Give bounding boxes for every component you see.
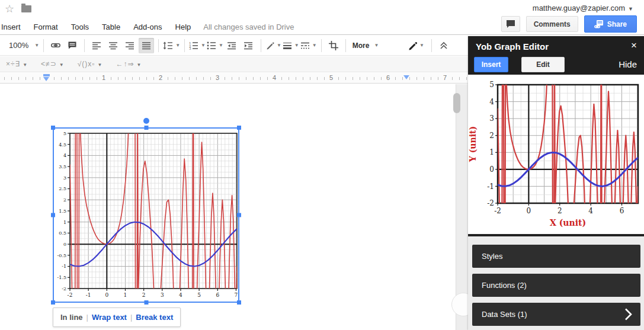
equation-symbols: <≠⊃ (41, 60, 57, 68)
svg-text:2: 2 (63, 197, 66, 203)
line-color-button[interactable]: ▼ (265, 38, 281, 53)
selection-handle-nw[interactable] (51, 126, 55, 130)
zoom-select[interactable]: 100%▼ (5, 38, 39, 53)
open-comment-button[interactable] (501, 16, 520, 32)
edit-button[interactable]: Edit (521, 57, 565, 72)
align-center-icon (109, 41, 118, 50)
rotation-handle[interactable] (143, 118, 149, 124)
equation-symbols: ×÷∃ (6, 60, 20, 68)
break-text-option[interactable]: Break text (136, 313, 173, 322)
line-weight-button[interactable]: ▼ (283, 38, 299, 53)
increase-indent-button[interactable] (241, 38, 257, 53)
svg-text:4.5: 4.5 (59, 142, 66, 148)
collapse-chevrons-icon (440, 41, 448, 50)
left-indent-marker[interactable] (43, 77, 49, 81)
selection-handle-sw[interactable] (51, 300, 55, 305)
wrap-text-option[interactable]: Wrap text (92, 313, 127, 322)
chevron-down-icon: ▼ (419, 43, 424, 48)
line-spacing-icon (163, 41, 173, 50)
menu-item-insert[interactable]: Insert (0, 21, 27, 33)
ruler-number: 1 (100, 74, 107, 81)
selection-handle-w[interactable] (51, 213, 55, 217)
image-layout-options: In line | Wrap text | Break text (53, 307, 181, 327)
outdent-icon (228, 41, 236, 50)
inline-option[interactable]: In line (60, 313, 83, 322)
selection-handle-e[interactable] (237, 213, 241, 217)
chevron-down-icon: ▼ (628, 6, 633, 12)
share-link-icon (594, 20, 603, 28)
svg-text:2: 2 (558, 207, 562, 215)
more-button[interactable]: More▼ (350, 38, 379, 53)
align-left-button[interactable] (89, 38, 104, 53)
selection-handle-ne[interactable] (237, 126, 241, 130)
ruler-number: 7 (441, 74, 448, 81)
menu-item-format[interactable]: Format (27, 21, 65, 33)
equation-group-0[interactable]: ×÷∃▼ (6, 60, 28, 68)
svg-text:3: 3 (63, 175, 66, 181)
panel-section-data-sets-1[interactable]: Data Sets (1) (472, 303, 640, 326)
align-justify-button[interactable] (139, 38, 154, 53)
chevron-down-icon: ▼ (294, 43, 299, 48)
line-dash-button[interactable]: ▼ (300, 38, 317, 53)
titlebar: ☆ matthew.guay@zapier.com▼ InsertFormatT… (0, 0, 644, 35)
panel-title: Yob Graph Editor (476, 41, 549, 52)
equation-group-3[interactable]: ←↑⇒▼ (116, 60, 142, 68)
editing-mode-button[interactable]: ▼ (408, 38, 424, 53)
svg-text:-0.5: -0.5 (57, 253, 66, 258)
selected-graph-image[interactable]: -2-101234567-2-1.5-1-0.500.511.522.533.5… (53, 127, 239, 303)
hide-button[interactable]: Hide (619, 59, 637, 69)
collapse-toolbar-button[interactable] (436, 38, 451, 53)
right-indent-marker[interactable] (403, 75, 409, 79)
zoom-value: 100% (5, 41, 32, 50)
account-menu[interactable]: matthew.guay@zapier.com▼ (533, 4, 633, 12)
svg-text:6: 6 (620, 207, 624, 215)
svg-text:-2: -2 (487, 199, 494, 207)
star-icon[interactable]: ☆ (5, 2, 14, 15)
insert-button[interactable]: Insert (474, 57, 508, 72)
first-line-indent-marker[interactable] (43, 74, 50, 76)
ruler-number: 5 (328, 74, 335, 81)
more-label: More (350, 41, 372, 50)
selection-handle-se[interactable] (237, 300, 241, 305)
align-right-button[interactable] (122, 38, 137, 53)
selection-handle-s[interactable] (144, 300, 148, 305)
options-separator: | (130, 313, 132, 322)
selection-handle-n[interactable] (144, 126, 148, 130)
share-button[interactable]: Share (584, 15, 637, 33)
menu-item-table[interactable]: Table (95, 21, 127, 33)
align-right-icon (126, 41, 134, 50)
equation-group-1[interactable]: <≠⊃▼ (41, 60, 65, 68)
menu-item-tools[interactable]: Tools (65, 21, 95, 33)
insert-comment-button[interactable] (65, 38, 80, 53)
line-spacing-button[interactable]: ▼ (163, 38, 180, 53)
bulleted-list-button[interactable]: ▼ (207, 38, 223, 53)
svg-text:Y (unit): Y (unit) (468, 126, 478, 162)
svg-text:-2: -2 (62, 286, 66, 291)
panel-section-functions-2[interactable]: Functions (2) (472, 274, 640, 297)
insert-link-button[interactable] (48, 38, 63, 53)
menubar: InsertFormatToolsTableAdd-onsHelpAll cha… (0, 20, 294, 34)
options-separator: | (86, 313, 88, 322)
crop-image-button[interactable] (326, 38, 341, 53)
menu-item-addons[interactable]: Add-ons (127, 21, 168, 33)
align-center-button[interactable] (105, 38, 121, 53)
graph-preview-card: -20246-2-1012345X (unit)Y (unit) (468, 75, 644, 236)
panel-section-styles[interactable]: Styles (472, 245, 640, 268)
svg-text:3: 3 (489, 114, 494, 123)
line-weight-icon (283, 41, 292, 50)
share-label: Share (607, 20, 627, 28)
comment-icon (68, 41, 77, 50)
close-icon[interactable]: × (631, 40, 637, 52)
numbered-list-button[interactable]: 123▼ (189, 38, 206, 53)
vertical-scrollbar[interactable] (453, 93, 460, 113)
comments-button[interactable]: Comments (526, 16, 578, 32)
ruler-number: 6 (385, 74, 392, 81)
folder-icon[interactable] (21, 5, 31, 12)
decrease-indent-button[interactable] (225, 38, 240, 53)
equation-symbols: √()x▫ (78, 60, 95, 68)
chevron-down-icon: ▼ (59, 62, 65, 68)
equation-group-2[interactable]: √()x▫▼ (78, 60, 103, 68)
svg-text:4: 4 (489, 98, 494, 106)
account-email: matthew.guay@zapier.com (533, 4, 625, 12)
menu-item-help[interactable]: Help (169, 21, 198, 33)
